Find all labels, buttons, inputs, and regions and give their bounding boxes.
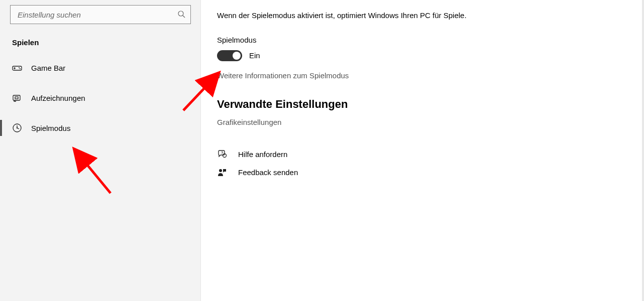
help-icon: ? (217, 149, 227, 160)
more-info-link[interactable]: Weitere Informationen zum Spielmodus (217, 71, 624, 80)
feedback-icon (217, 168, 227, 178)
sidebar-item-label: Game Bar (31, 64, 65, 72)
sidebar-item-game-bar[interactable]: Game Bar (0, 56, 200, 80)
sidebar: Spielen Game Bar (0, 0, 201, 301)
game-bar-icon (12, 63, 22, 73)
svg-point-13 (219, 169, 222, 172)
help-label: Hilfe anfordern (238, 150, 287, 159)
get-help-link[interactable]: ? Hilfe anfordern (217, 149, 624, 160)
sidebar-item-game-mode[interactable]: Spielmodus (0, 116, 200, 140)
captures-icon (12, 93, 22, 103)
toggle-row: Ein (217, 50, 624, 61)
game-mode-toggle[interactable] (217, 50, 242, 61)
svg-text:?: ? (221, 150, 223, 154)
svg-rect-8 (15, 97, 18, 99)
svg-point-0 (178, 11, 183, 16)
graphics-settings-link[interactable]: Grafikeinstellungen (217, 118, 281, 126)
sidebar-nav: Game Bar Aufzeichnungen Spi (0, 56, 200, 140)
svg-point-6 (20, 68, 21, 69)
category-title: Spielen (0, 33, 200, 56)
main-content: Wenn der Spielemodus aktiviert ist, opti… (201, 0, 644, 301)
related-settings-heading: Verwandte Einstellungen (217, 98, 624, 111)
scrollbar-track[interactable] (642, 0, 644, 301)
svg-point-10 (17, 127, 18, 128)
feedback-label: Feedback senden (238, 168, 298, 177)
search-container (0, 5, 200, 33)
sidebar-item-captures[interactable]: Aufzeichnungen (0, 86, 200, 110)
give-feedback-link[interactable]: Feedback senden (217, 168, 624, 178)
svg-rect-7 (13, 95, 20, 100)
sidebar-item-label: Aufzeichnungen (31, 94, 85, 102)
search-icon (177, 10, 185, 20)
toggle-knob (233, 52, 241, 60)
toggle-state-label: Ein (249, 51, 260, 60)
toggle-label: Spielmodus (217, 36, 624, 44)
sidebar-item-label: Spielmodus (31, 124, 70, 132)
svg-line-1 (183, 16, 185, 18)
search-box[interactable] (10, 5, 191, 24)
svg-point-5 (19, 67, 20, 68)
game-mode-description: Wenn der Spielemodus aktiviert ist, opti… (217, 10, 498, 22)
game-mode-icon (12, 123, 22, 133)
search-input[interactable] (18, 11, 177, 19)
